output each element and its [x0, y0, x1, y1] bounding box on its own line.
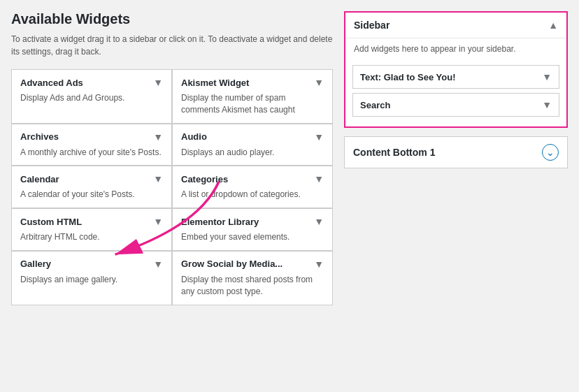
chevron-icon-sidebar-search: ▼ [542, 99, 552, 110]
widget-gallery[interactable]: Gallery ▼ Displays an image gallery. [11, 251, 172, 305]
widgets-grid: Advanced Ads ▼ Display Ads and Ad Groups… [11, 69, 333, 305]
widget-name-archives: Archives [20, 131, 59, 142]
widget-desc-archives: A monthly archive of your site's Posts. [20, 147, 163, 159]
chevron-icon-akismet: ▼ [314, 77, 324, 88]
widget-name-advanced-ads: Advanced Ads [20, 78, 83, 88]
widget-elementor[interactable]: Elementor Library ▼ Embed your saved ele… [172, 208, 333, 251]
widget-calendar[interactable]: Calendar ▼ A calendar of your site's Pos… [11, 166, 172, 208]
chevron-icon-grow-social: ▼ [314, 259, 324, 270]
widget-name-calendar: Calendar [20, 174, 59, 184]
widget-desc-gallery: Displays an image gallery. [20, 274, 163, 286]
content-bottom-header: Content Bottom 1 ⌄ [345, 137, 567, 168]
sidebar-widget-search[interactable]: Search ▼ [352, 93, 559, 117]
widget-desc-calendar: A calendar of your site's Posts. [20, 189, 163, 201]
widget-name-elementor: Elementor Library [181, 217, 259, 227]
page-title: Available Widgets [11, 11, 333, 27]
widget-name-grow-social: Grow Social by Media... [181, 259, 283, 269]
sidebar-widget-text[interactable]: Text: Glad to See You! ▼ [352, 65, 559, 89]
widget-desc-grow-social: Display the most shared posts from any c… [181, 274, 324, 298]
sidebar-widget-text-label: Text: Glad to See You! [360, 72, 456, 82]
widget-categories[interactable]: Categories ▼ A list or dropdown of categ… [172, 166, 333, 208]
widget-advanced-ads[interactable]: Advanced Ads ▼ Display Ads and Ad Groups… [11, 69, 172, 124]
widget-archives[interactable]: Archives ▼ A monthly archive of your sit… [11, 124, 172, 166]
chevron-icon-gallery: ▼ [153, 259, 163, 270]
widget-desc-advanced-ads: Display Ads and Ad Groups. [20, 92, 163, 104]
widget-name-audio: Audio [181, 131, 207, 142]
sidebar-description: Add widgets here to appear in your sideb… [345, 38, 566, 61]
sidebar-header: Sidebar ▲ [345, 13, 566, 38]
widget-desc-elementor: Embed your saved elements. [181, 231, 324, 243]
widget-audio[interactable]: Audio ▼ Displays an audio player. [172, 124, 333, 166]
widget-desc-categories: A list or dropdown of categories. [181, 189, 324, 201]
content-bottom-expand-button[interactable]: ⌄ [542, 144, 559, 161]
content-bottom-title: Content Bottom 1 [353, 147, 435, 158]
sidebar-widget-search-label: Search [360, 100, 390, 110]
chevron-icon-advanced-ads: ▼ [153, 77, 163, 88]
widget-akismet[interactable]: Akismet Widget ▼ Display the number of s… [172, 69, 333, 124]
chevron-icon-custom-html: ▼ [153, 216, 163, 227]
chevron-icon-sidebar-text: ▼ [542, 71, 552, 82]
widget-desc-akismet: Display the number of spam comments Akis… [181, 92, 324, 116]
chevron-down-icon: ⌄ [546, 147, 555, 158]
widget-name-gallery: Gallery [20, 259, 51, 269]
widget-custom-html[interactable]: Custom HTML ▼ Arbitrary HTML code. [11, 208, 172, 251]
page-description: To activate a widget drag it to a sideba… [11, 33, 333, 58]
widgets-area: Advanced Ads ▼ Display Ads and Ad Groups… [11, 69, 333, 305]
chevron-icon-audio: ▼ [314, 131, 324, 143]
widget-desc-custom-html: Arbitrary HTML code. [20, 231, 163, 243]
chevron-icon-calendar: ▼ [153, 173, 163, 184]
content-bottom-panel: Content Bottom 1 ⌄ [344, 136, 568, 168]
sidebar-title: Sidebar [354, 20, 389, 31]
widget-name-akismet: Akismet Widget [181, 78, 249, 88]
sidebar-collapse-icon[interactable]: ▲ [548, 20, 558, 31]
sidebar-panel: Sidebar ▲ Add widgets here to appear in … [344, 11, 568, 128]
chevron-icon-elementor: ▼ [314, 216, 324, 227]
widget-name-categories: Categories [181, 174, 228, 184]
chevron-icon-categories: ▼ [314, 173, 324, 184]
widget-desc-audio: Displays an audio player. [181, 147, 324, 159]
chevron-icon-archives: ▼ [153, 131, 163, 143]
right-panel: Sidebar ▲ Add widgets here to appear in … [344, 11, 568, 305]
widget-name-custom-html: Custom HTML [20, 217, 82, 227]
widget-grow-social[interactable]: Grow Social by Media... ▼ Display the mo… [172, 251, 333, 305]
